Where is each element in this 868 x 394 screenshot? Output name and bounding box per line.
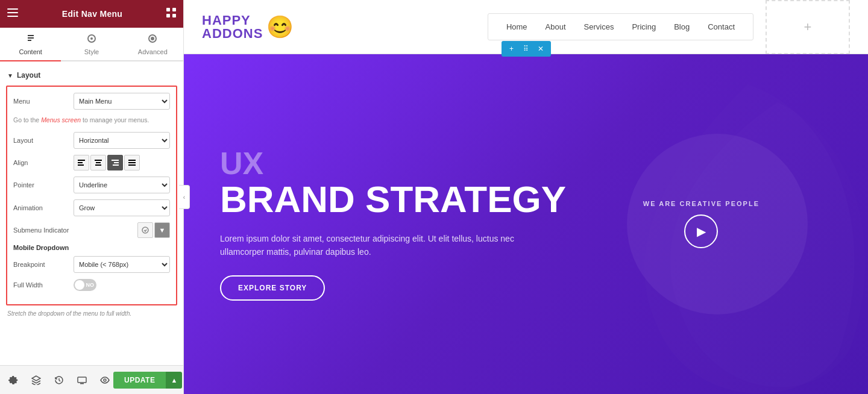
nav-toolbar: + ⠿ ✕ xyxy=(502,41,551,57)
nav-blog[interactable]: Blog xyxy=(674,22,690,31)
advanced-tab-icon xyxy=(148,34,157,46)
settings-icon[interactable] xyxy=(5,372,22,389)
logo: HAPPY ADDONS 😊 xyxy=(202,14,294,40)
nav-close-btn[interactable]: ✕ xyxy=(535,43,546,54)
nav-services[interactable]: Services xyxy=(584,22,614,31)
content-tab-icon xyxy=(26,34,36,46)
responsive-icon[interactable] xyxy=(74,372,90,389)
tab-style[interactable]: Style xyxy=(61,28,122,60)
hero-decoration xyxy=(627,54,868,394)
svg-rect-17 xyxy=(113,164,119,166)
menu-select[interactable]: Main Menu Secondary Menu xyxy=(74,93,170,110)
site-nav: Home About Services Pricing Blog Contact xyxy=(488,13,753,40)
play-button[interactable]: ▶ xyxy=(684,214,718,248)
svg-rect-3 xyxy=(166,8,170,11)
align-justify-btn[interactable] xyxy=(124,155,140,170)
menus-screen-link[interactable]: Menus screen xyxy=(41,116,81,124)
history-icon[interactable] xyxy=(51,372,68,389)
pointer-label: Pointer xyxy=(13,181,74,189)
hero-brand-text: BRAND STRATEGY xyxy=(220,179,832,220)
align-buttons xyxy=(74,155,140,170)
settings-box: Menu Main Menu Secondary Menu Go to the … xyxy=(6,86,177,305)
svg-point-21 xyxy=(142,227,148,233)
svg-rect-2 xyxy=(7,16,18,17)
svg-rect-9 xyxy=(78,160,85,161)
mobile-dropdown-section: Mobile Dropdown Breakpoint Mobile (< 768… xyxy=(13,244,170,291)
tab-style-label: Style xyxy=(84,48,99,55)
breakpoint-label: Breakpoint xyxy=(13,261,74,268)
layout-select[interactable]: Horizontal Vertical xyxy=(74,132,170,149)
hero-description: Lorem ipsum dolor sit amet, consectetur … xyxy=(220,232,521,259)
hint-text: Stretch the dropdown of the menu to full… xyxy=(0,310,183,322)
toggle-switch[interactable]: NO xyxy=(74,279,96,291)
section-title: Layout xyxy=(17,71,40,80)
full-width-row: Full Width NO xyxy=(13,279,170,291)
logo-happy: HAPPY xyxy=(202,14,263,27)
svg-rect-19 xyxy=(128,162,136,163)
tab-content[interactable]: Content xyxy=(0,28,61,61)
right-content: HAPPY ADDONS 😊 Home About Services Prici… xyxy=(184,0,868,394)
svg-rect-0 xyxy=(7,8,18,10)
add-section-btn[interactable]: + xyxy=(766,0,850,54)
svg-rect-20 xyxy=(128,164,136,166)
layers-icon[interactable] xyxy=(28,372,45,389)
align-row: Align xyxy=(13,155,170,170)
svg-point-24 xyxy=(104,379,106,381)
svg-rect-5 xyxy=(166,14,170,17)
align-center-btn[interactable] xyxy=(90,155,106,170)
menus-hint-before: Go to the xyxy=(13,116,41,124)
svg-rect-13 xyxy=(96,162,101,163)
menu-label: Menu xyxy=(13,98,74,105)
update-button[interactable]: UPDATE xyxy=(113,372,166,389)
nav-add-btn[interactable]: + xyxy=(506,43,517,54)
layout-row: Layout Horizontal Vertical xyxy=(13,132,170,149)
panel-title: Edit Nav Menu xyxy=(62,9,122,19)
hamburger-icon[interactable] xyxy=(7,8,18,19)
nav-pricing[interactable]: Pricing xyxy=(632,22,656,31)
logo-text: HAPPY ADDONS xyxy=(202,14,263,40)
pointer-row: Pointer Underline Overline Double Frame … xyxy=(13,177,170,193)
eye-icon[interactable] xyxy=(96,372,113,389)
menus-hint: Go to the Menus screen to manage your me… xyxy=(13,116,170,125)
toggle-knob xyxy=(75,280,84,290)
full-width-toggle[interactable]: NO xyxy=(74,279,96,291)
menus-hint-after: to manage your menus. xyxy=(81,116,149,124)
layout-section-header[interactable]: ▼ Layout xyxy=(0,67,183,86)
nav-move-btn[interactable]: ⠿ xyxy=(521,43,532,54)
full-width-label: Full Width xyxy=(13,281,74,289)
svg-rect-22 xyxy=(78,377,86,383)
tab-advanced[interactable]: Advanced xyxy=(122,28,183,60)
svg-point-8 xyxy=(90,37,93,40)
submenu-dropdown-btn[interactable]: ▼ xyxy=(154,222,170,238)
svg-rect-12 xyxy=(95,160,102,161)
svg-rect-1 xyxy=(7,12,18,13)
logo-addons: ADDONS xyxy=(202,27,263,40)
pointer-select[interactable]: Underline Overline Double Frame Frame No… xyxy=(74,177,170,193)
svg-rect-4 xyxy=(172,8,176,11)
panel-topbar: Edit Nav Menu xyxy=(0,0,183,28)
hero-ux-text: UX xyxy=(220,148,832,179)
svg-rect-6 xyxy=(172,14,176,17)
submenu-icon-btn[interactable] xyxy=(137,222,153,238)
align-right-btn[interactable] xyxy=(107,155,123,170)
nav-about[interactable]: About xyxy=(546,22,566,31)
bottom-icons xyxy=(5,372,113,389)
grid-icon[interactable] xyxy=(166,8,176,20)
breakpoint-select[interactable]: Mobile (< 768px) Tablet (< 1025px) None xyxy=(74,256,170,273)
site-header: HAPPY ADDONS 😊 Home About Services Prici… xyxy=(184,0,868,54)
nav-contact[interactable]: Contact xyxy=(708,22,735,31)
align-left-btn[interactable] xyxy=(74,155,89,170)
animation-label: Animation xyxy=(13,204,74,211)
tab-advanced-label: Advanced xyxy=(138,48,168,55)
svg-rect-14 xyxy=(95,164,101,166)
mobile-dropdown-label: Mobile Dropdown xyxy=(13,244,170,251)
nav-home[interactable]: Home xyxy=(506,22,527,31)
collapse-handle[interactable]: ‹ xyxy=(179,185,190,209)
animation-select[interactable]: Grow Shrink Fade Slide xyxy=(74,199,170,216)
hero-cta-button[interactable]: EXPLORE STORY xyxy=(220,275,325,301)
svg-rect-18 xyxy=(128,160,136,161)
update-dropdown-button[interactable]: ▲ xyxy=(166,372,182,389)
layout-label: Layout xyxy=(13,137,74,144)
tab-content-label: Content xyxy=(19,48,42,55)
play-button-wrap: WE ARE CREATIVE PEOPLE ▶ xyxy=(643,200,760,248)
